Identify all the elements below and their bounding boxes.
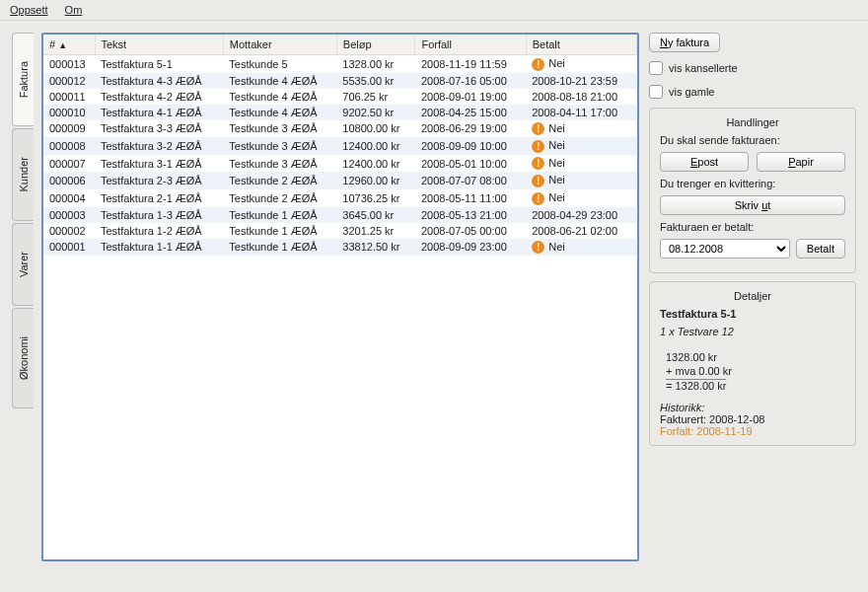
- cell-num: 000007: [43, 155, 95, 173]
- table-row[interactable]: 000010Testfaktura 4-1 ÆØÅTestkunde 4 ÆØÅ…: [43, 105, 637, 120]
- cell-tekst: Testfaktura 1-1 ÆØÅ: [95, 239, 223, 257]
- cell-betalt: 2008-08-18 21:00: [526, 89, 636, 105]
- side-tabs: Faktura Kunder Varer Økonomi: [12, 33, 34, 561]
- new-invoice-label: y faktura: [668, 37, 709, 48]
- cell-belop: 9202.50 kr: [336, 105, 415, 120]
- epost-button[interactable]: Epost: [660, 152, 749, 172]
- table-row[interactable]: 000006Testfaktura 2-3 ÆØÅTestkunde 2 ÆØÅ…: [43, 172, 637, 189]
- cell-belop: 3645.00 kr: [336, 207, 415, 223]
- table-row[interactable]: 000011Testfaktura 4-2 ÆØÅTestkunde 4 ÆØÅ…: [43, 89, 637, 105]
- cell-forfall: 2008-09-09 23:00: [415, 239, 526, 257]
- cell-tekst: Testfaktura 3-1 ÆØÅ: [95, 155, 223, 173]
- table-row[interactable]: 000001Testfaktura 1-1 ÆØÅTestkunde 1 ÆØÅ…: [43, 239, 637, 257]
- table-row[interactable]: 000002Testfaktura 1-2 ÆØÅTestkunde 1 ÆØÅ…: [43, 223, 637, 239]
- warning-icon: !: [532, 241, 544, 254]
- cell-num: 000002: [43, 223, 95, 239]
- workspace: Faktura Kunder Varer Økonomi # ▲ Tekst M…: [0, 21, 868, 573]
- cell-tekst: Testfaktura 4-2 ÆØÅ: [95, 89, 223, 105]
- tab-varer[interactable]: Varer: [12, 223, 34, 306]
- cell-mottaker: Testkunde 3 ÆØÅ: [223, 137, 336, 155]
- checkbox-icon[interactable]: [649, 85, 663, 99]
- new-invoice-button[interactable]: Ny faktura: [649, 33, 720, 52]
- warning-icon: !: [532, 58, 544, 71]
- table-row[interactable]: 000009Testfaktura 3-3 ÆØÅTestkunde 3 ÆØÅ…: [43, 120, 637, 138]
- table-row[interactable]: 000012Testfaktura 4-3 ÆØÅTestkunde 4 ÆØÅ…: [43, 73, 637, 89]
- tab-faktura[interactable]: Faktura: [12, 33, 34, 126]
- tab-okonomi[interactable]: Økonomi: [12, 308, 34, 408]
- warning-icon: !: [532, 140, 544, 153]
- show-cancelled-row[interactable]: vis kansellerte: [649, 60, 856, 76]
- cell-mottaker: Testkunde 4 ÆØÅ: [223, 73, 336, 89]
- col-belop[interactable]: Beløp: [336, 35, 415, 55]
- menu-oppsett[interactable]: Oppsett: [10, 4, 48, 16]
- cell-belop: 10736.25 kr: [336, 189, 415, 207]
- cell-tekst: Testfaktura 4-1 ÆØÅ: [95, 105, 223, 120]
- history-due: Forfalt: 2008-11-19: [660, 425, 845, 437]
- cell-forfall: 2008-05-01 10:00: [415, 155, 526, 173]
- menu-om[interactable]: Om: [65, 4, 83, 16]
- cell-mottaker: Testkunde 3 ÆØÅ: [223, 120, 336, 138]
- details-total: = 1328.00 kr: [666, 379, 845, 392]
- cell-mottaker: Testkunde 1 ÆØÅ: [223, 223, 336, 239]
- cell-num: 000006: [43, 172, 95, 189]
- actions-title: Handlinger: [660, 116, 845, 128]
- print-button[interactable]: Skriv ut: [660, 195, 845, 215]
- cell-tekst: Testfaktura 1-3 ÆØÅ: [95, 207, 223, 223]
- col-betalt[interactable]: Betalt: [526, 35, 636, 55]
- cell-belop: 706.25 kr: [336, 89, 415, 105]
- checkbox-icon[interactable]: [649, 61, 663, 75]
- papir-button[interactable]: Papir: [757, 152, 845, 172]
- cell-betalt: !Nei: [526, 155, 636, 173]
- cell-tekst: Testfaktura 4-3 ÆØÅ: [95, 73, 223, 89]
- cell-tekst: Testfaktura 3-2 ÆØÅ: [95, 137, 223, 155]
- cell-tekst: Testfaktura 2-1 ÆØÅ: [95, 189, 223, 207]
- cell-mottaker: Testkunde 4 ÆØÅ: [223, 89, 336, 105]
- details-line-item: 1 x Testvare 12: [660, 326, 845, 337]
- warning-icon: !: [532, 157, 544, 170]
- table-row[interactable]: 000003Testfaktura 1-3 ÆØÅTestkunde 1 ÆØÅ…: [43, 207, 637, 223]
- paid-label: Fakturaen er betalt:: [660, 221, 845, 233]
- receipt-label: Du trenger en kvittering:: [660, 178, 845, 189]
- cell-betalt: !Nei: [526, 55, 636, 73]
- cell-belop: 12400.00 kr: [336, 155, 415, 173]
- col-tekst[interactable]: Tekst: [95, 35, 223, 55]
- col-forfall[interactable]: Forfall: [415, 35, 526, 55]
- cell-betalt: !Nei: [526, 120, 636, 138]
- details-title: Detaljer: [660, 290, 845, 302]
- table-row[interactable]: 000008Testfaktura 3-2 ÆØÅTestkunde 3 ÆØÅ…: [43, 137, 637, 155]
- cell-num: 000001: [43, 239, 95, 257]
- menubar: Oppsett Om: [0, 0, 868, 21]
- betalt-button[interactable]: Betalt: [796, 239, 845, 259]
- table-row[interactable]: 000004Testfaktura 2-1 ÆØÅTestkunde 2 ÆØÅ…: [43, 189, 637, 207]
- cell-num: 000009: [43, 120, 95, 138]
- cell-mottaker: Testkunde 4 ÆØÅ: [223, 105, 336, 120]
- details-subtotal: 1328.00 kr: [666, 351, 845, 363]
- show-old-row[interactable]: vis gamle: [649, 84, 856, 100]
- col-num[interactable]: # ▲: [43, 35, 95, 55]
- cell-belop: 33812.50 kr: [336, 239, 415, 257]
- table-row[interactable]: 000013Testfaktura 5-1Testkunde 51328.00 …: [43, 55, 637, 73]
- cell-betalt: 2008-10-21 23:59: [526, 73, 636, 89]
- cell-forfall: 2008-07-07 08:00: [415, 172, 526, 189]
- cell-mottaker: Testkunde 1 ÆØÅ: [223, 207, 336, 223]
- cell-forfall: 2008-05-11 11:00: [415, 189, 526, 207]
- send-label: Du skal sende fakturaen:: [660, 134, 845, 146]
- main-area: # ▲ Tekst Mottaker Beløp Forfall Betalt …: [41, 33, 856, 561]
- right-panel: Ny faktura vis kansellerte vis gamle Han…: [649, 33, 856, 561]
- col-mottaker[interactable]: Mottaker: [223, 35, 336, 55]
- cell-betalt: !Nei: [526, 137, 636, 155]
- cell-num: 000013: [43, 55, 95, 73]
- cell-forfall: 2008-11-19 11:59: [415, 55, 526, 73]
- details-vat: + mva 0.00 kr: [666, 365, 845, 377]
- warning-icon: !: [532, 175, 544, 187]
- cell-betalt: !Nei: [526, 189, 636, 207]
- cell-belop: 12400.00 kr: [336, 137, 415, 155]
- paid-date-select[interactable]: 08.12.2008: [660, 239, 790, 259]
- table-row[interactable]: 000007Testfaktura 3-1 ÆØÅTestkunde 3 ÆØÅ…: [43, 155, 637, 173]
- actions-panel: Handlinger Du skal sende fakturaen: Epos…: [649, 108, 856, 273]
- cell-mottaker: Testkunde 3 ÆØÅ: [223, 155, 336, 173]
- tab-kunder[interactable]: Kunder: [12, 128, 34, 220]
- cell-forfall: 2008-07-16 05:00: [415, 73, 526, 89]
- cell-betalt: !Nei: [526, 172, 636, 189]
- cell-mottaker: Testkunde 2 ÆØÅ: [223, 189, 336, 207]
